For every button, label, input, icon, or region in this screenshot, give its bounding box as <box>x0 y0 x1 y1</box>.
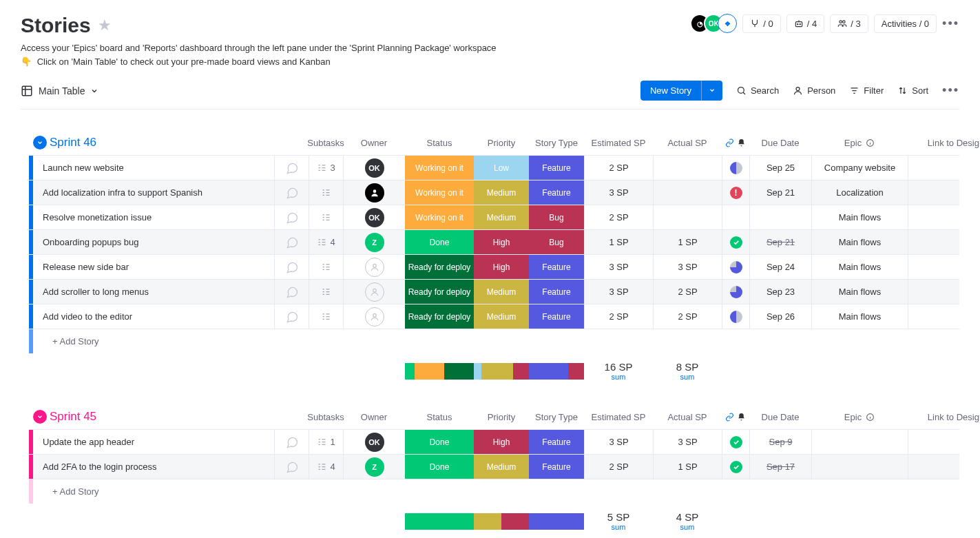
members-pill[interactable]: / 3 <box>830 14 868 33</box>
activities-pill[interactable]: Activities / 0 <box>874 14 937 33</box>
story-type-cell[interactable]: Feature <box>529 280 584 304</box>
table-row[interactable]: Add localization infra to support Spanis… <box>29 180 959 205</box>
due-date-cell[interactable]: Sep 23 <box>749 280 811 304</box>
priority-cell[interactable]: High <box>474 430 529 454</box>
story-type-cell[interactable]: Bug <box>529 205 584 229</box>
comment-cell[interactable] <box>274 205 309 229</box>
table-row[interactable]: Release new side barReady for deployHigh… <box>29 254 959 279</box>
story-name[interactable]: Launch new website <box>33 156 274 180</box>
story-type-cell[interactable]: Feature <box>529 455 584 479</box>
due-date-cell[interactable]: Sep 17 <box>749 455 811 479</box>
owner-cell[interactable]: Z <box>343 455 405 479</box>
link-design-cell[interactable] <box>908 455 980 479</box>
owner-empty[interactable] <box>365 307 384 327</box>
due-date-cell[interactable]: Sep 26 <box>749 304 811 329</box>
owner-cell[interactable]: OK <box>343 205 405 229</box>
epic-cell[interactable]: Company website <box>811 156 908 180</box>
status-cell[interactable]: Working on it <box>405 205 474 229</box>
priority-cell[interactable]: High <box>474 230 529 254</box>
table-row[interactable]: Launch new website3OKWorking on itLowFea… <box>29 155 959 180</box>
act-sp-cell[interactable]: 3 SP <box>653 255 722 279</box>
epic-cell[interactable]: Main flows <box>811 280 908 304</box>
status-cell[interactable]: Done <box>405 455 474 479</box>
priority-cell[interactable]: Medium <box>474 180 529 205</box>
subtasks-cell[interactable] <box>309 304 343 329</box>
story-name[interactable]: Release new side bar <box>33 255 274 279</box>
due-date-cell[interactable]: Sep 25 <box>749 156 811 180</box>
add-story-row[interactable]: + Add Story <box>29 329 959 353</box>
est-sp-cell[interactable]: 2 SP <box>584 156 653 180</box>
priority-cell[interactable]: Medium <box>474 455 529 479</box>
comment-cell[interactable] <box>274 430 309 454</box>
collapse-button[interactable] <box>33 136 47 149</box>
story-name[interactable]: Add localization infra to support Spanis… <box>33 180 274 205</box>
est-sp-cell[interactable]: 2 SP <box>584 455 653 479</box>
search-button[interactable]: Search <box>736 85 779 96</box>
owner-cell[interactable]: Z <box>343 230 405 254</box>
status-cell[interactable]: Working on it <box>405 156 474 180</box>
epic-cell[interactable]: Main flows <box>811 304 908 329</box>
group-title[interactable]: Sprint 45 <box>50 410 96 424</box>
status-cell[interactable]: Done <box>405 430 474 454</box>
new-story-caret[interactable] <box>701 81 722 101</box>
integrations-pill[interactable]: / 0 <box>742 14 780 33</box>
story-name[interactable]: Onboarding popups bug <box>33 230 274 254</box>
chevron-down-icon[interactable] <box>90 87 98 95</box>
owner-avatar[interactable]: OK <box>365 158 384 178</box>
epic-cell[interactable] <box>811 430 908 454</box>
add-story-row[interactable]: + Add Story <box>29 479 959 504</box>
sort-button[interactable]: Sort <box>897 85 928 96</box>
due-date-cell[interactable]: Sep 21 <box>749 180 811 205</box>
act-sp-cell[interactable]: 1 SP <box>653 455 722 479</box>
toolbar-more-icon[interactable]: ••• <box>942 83 959 98</box>
owner-avatar[interactable]: OK <box>365 208 384 227</box>
comment-cell[interactable] <box>274 304 309 329</box>
act-sp-cell[interactable] <box>653 180 722 205</box>
link-design-cell[interactable] <box>908 304 980 329</box>
comment-cell[interactable] <box>274 180 309 205</box>
status-cell[interactable]: Ready for deploy <box>405 304 474 329</box>
subtasks-cell[interactable]: 4 <box>309 230 343 254</box>
owner-avatar[interactable]: OK <box>365 433 384 452</box>
due-date-cell[interactable]: Sep 9 <box>749 430 811 454</box>
subtasks-cell[interactable] <box>309 205 343 229</box>
comment-cell[interactable] <box>274 280 309 304</box>
filter-button[interactable]: Filter <box>849 85 884 96</box>
status-cell[interactable]: Ready for deploy <box>405 280 474 304</box>
link-design-cell[interactable] <box>908 430 980 454</box>
view-name[interactable]: Main Table <box>39 85 85 96</box>
subtasks-cell[interactable]: 4 <box>309 455 343 479</box>
epic-cell[interactable]: Main flows <box>811 230 908 254</box>
more-icon[interactable]: ••• <box>942 17 959 31</box>
link-design-cell[interactable] <box>908 156 980 180</box>
story-type-cell[interactable]: Bug <box>529 230 584 254</box>
owner-cell[interactable]: OK <box>343 156 405 180</box>
story-type-cell[interactable]: Feature <box>529 156 584 180</box>
star-icon[interactable]: ★ <box>98 17 112 34</box>
est-sp-cell[interactable]: 2 SP <box>584 304 653 329</box>
story-name[interactable]: Add video to the editor <box>33 304 274 329</box>
epic-cell[interactable]: Main flows <box>811 255 908 279</box>
priority-cell[interactable]: Low <box>474 156 529 180</box>
est-sp-cell[interactable]: 3 SP <box>584 280 653 304</box>
owner-cell[interactable] <box>343 280 405 304</box>
comment-cell[interactable] <box>274 255 309 279</box>
owner-avatar[interactable]: Z <box>365 457 384 477</box>
owner-cell[interactable] <box>343 304 405 329</box>
act-sp-cell[interactable]: 1 SP <box>653 230 722 254</box>
automations-pill[interactable]: / 4 <box>786 14 824 33</box>
owner-cell[interactable] <box>343 255 405 279</box>
owner-avatar[interactable] <box>365 183 384 203</box>
epic-cell[interactable]: Main flows <box>811 205 908 229</box>
epic-cell[interactable]: Localization <box>811 180 908 205</box>
new-story-button[interactable]: New Story <box>640 81 701 101</box>
priority-cell[interactable]: Medium <box>474 205 529 229</box>
owner-avatar[interactable]: Z <box>365 233 384 252</box>
link-design-cell[interactable] <box>908 230 980 254</box>
table-row[interactable]: Add video to the editorReady for deployM… <box>29 304 959 329</box>
act-sp-cell[interactable]: 3 SP <box>653 430 722 454</box>
story-name[interactable]: Add scroller to long menus <box>33 280 274 304</box>
subtasks-cell[interactable]: 3 <box>309 156 343 180</box>
due-date-cell[interactable]: Sep 24 <box>749 255 811 279</box>
comment-cell[interactable] <box>274 455 309 479</box>
